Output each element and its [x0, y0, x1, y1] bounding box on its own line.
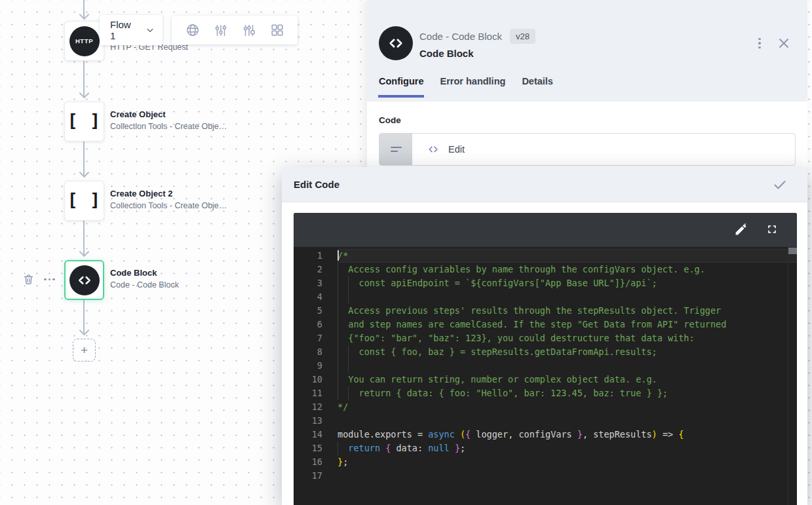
sliders-alt-icon[interactable] [240, 21, 258, 39]
node-code-block-label: Code Block Code - Code Block [110, 267, 179, 291]
code-brackets-icon [427, 143, 440, 156]
scrollbar-thumb[interactable] [788, 248, 797, 254]
brackets-icon: [ ] [68, 110, 102, 133]
code-line: 13 [294, 414, 797, 428]
code-line: 4 [294, 290, 797, 304]
pencil-edit-icon[interactable] [734, 223, 748, 237]
code-line: 16}; [294, 455, 797, 469]
sliders-icon[interactable] [212, 21, 230, 39]
scrollbar-track [788, 247, 788, 505]
tab-error-handling[interactable]: Error handling [440, 76, 505, 98]
panel-tabs: Configure Error handling Details [379, 76, 553, 98]
grid-icon[interactable] [268, 21, 286, 39]
code-line: 6 and step names are camelCased. If the … [294, 318, 797, 331]
code-editor[interactable]: 1/*2 Access config variables by name thr… [294, 213, 797, 505]
code-icon [379, 26, 413, 60]
trash-icon[interactable] [22, 273, 35, 286]
code-section-label: Code [379, 115, 401, 125]
node-title: Create Object 2 [110, 187, 227, 200]
edge-http-createobject [83, 61, 85, 97]
flow-selector-label: Flow 1 [110, 19, 139, 41]
edge-codeblock-addnode [83, 300, 85, 334]
node-title: Code Block [110, 267, 179, 279]
text-mode-icon [391, 147, 402, 148]
tab-details[interactable]: Details [522, 76, 553, 98]
breadcrumb: Code - Code Block [419, 31, 502, 42]
http-icon-label: HTTP [75, 37, 93, 45]
node-create-object[interactable]: [ ] [64, 102, 104, 141]
fullscreen-icon[interactable] [765, 223, 780, 237]
modal-title: Edit Code [294, 179, 772, 190]
node-subtitle: Code - Code Block [110, 279, 179, 291]
code-lines: 1/*2 Access config variables by name thr… [294, 249, 797, 483]
edit-code-button[interactable]: Edit [448, 144, 465, 155]
code-line: 1/* [294, 249, 797, 263]
node-hover-tools [22, 273, 55, 286]
node-code-block[interactable] [64, 260, 104, 300]
canvas-toolbar [172, 16, 298, 45]
http-icon: HTTP [69, 26, 100, 56]
code-area[interactable]: 1/*2 Access config variables by name thr… [294, 247, 797, 505]
code-line: 7 {"foo": "bar", "baz": 123}, you could … [294, 331, 797, 345]
plus-icon: + [81, 343, 88, 358]
globe-icon[interactable] [184, 21, 202, 39]
page-title: Code Block [419, 48, 474, 59]
code-line: 17 [294, 469, 797, 483]
code-line: 5 Access previous steps' results through… [294, 304, 797, 318]
node-http-get-request[interactable]: HTTP [64, 21, 104, 61]
kebab-menu-icon[interactable] [754, 36, 765, 50]
code-line: 3 const apiEndpoint = `${configVars["App… [294, 276, 797, 290]
node-subtitle: Collection Tools - Create Obje… [110, 121, 227, 133]
editor-toolbar [294, 213, 797, 247]
confirm-check-icon[interactable] [772, 177, 788, 193]
input-mode-toggle[interactable] [379, 134, 412, 165]
edit-code-modal: Edit Code 1/*2 Access config variables b… [282, 167, 807, 505]
close-icon[interactable] [776, 35, 792, 51]
code-line: 12*/ [294, 400, 797, 414]
add-step-button[interactable]: + [73, 339, 96, 362]
code-line: 14module.exports = async ({ logger, conf… [294, 428, 797, 441]
modal-header: Edit Code [282, 167, 807, 202]
node-create-object-label: Create Object Collection Tools - Create … [110, 108, 227, 133]
version-badge[interactable]: v28 [510, 29, 535, 44]
code-line: 9 [294, 359, 797, 373]
code-line: 10 You can return string, number or comp… [294, 373, 797, 386]
code-input-field[interactable]: Edit [379, 133, 796, 166]
code-icon [69, 265, 100, 295]
edge-createobject-createobject2 [83, 141, 85, 176]
more-options-icon[interactable] [44, 278, 55, 281]
flow-selector[interactable]: Flow 1 [100, 15, 163, 45]
app-window: HTTP HTTP - GET Request Flow 1 [0, 0, 812, 505]
node-subtitle: Collection Tools - Create Obje… [110, 200, 227, 212]
brackets-icon: [ ] [68, 189, 102, 212]
code-line: 15 return { data: null }; [294, 441, 797, 455]
code-line: 8 const { foo, baz } = stepResults.getDa… [294, 345, 797, 359]
edge-into-http [83, 0, 85, 18]
tab-configure[interactable]: Configure [379, 76, 423, 98]
node-create-object-2[interactable]: [ ] [64, 181, 104, 221]
code-line: 11 return { data: { foo: "Hello", bar: 1… [294, 386, 797, 400]
text-mode-icon [391, 151, 398, 152]
node-title: Create Object [110, 108, 227, 121]
edge-createobject2-codeblock [83, 221, 85, 255]
chevron-down-icon [144, 24, 156, 36]
panel-header: Code - Code Block v28 Code Block Configu… [367, 0, 807, 73]
node-create-object-2-label: Create Object 2 Collection Tools - Creat… [110, 187, 227, 212]
code-line: 2 Access config variables by name throug… [294, 263, 797, 276]
